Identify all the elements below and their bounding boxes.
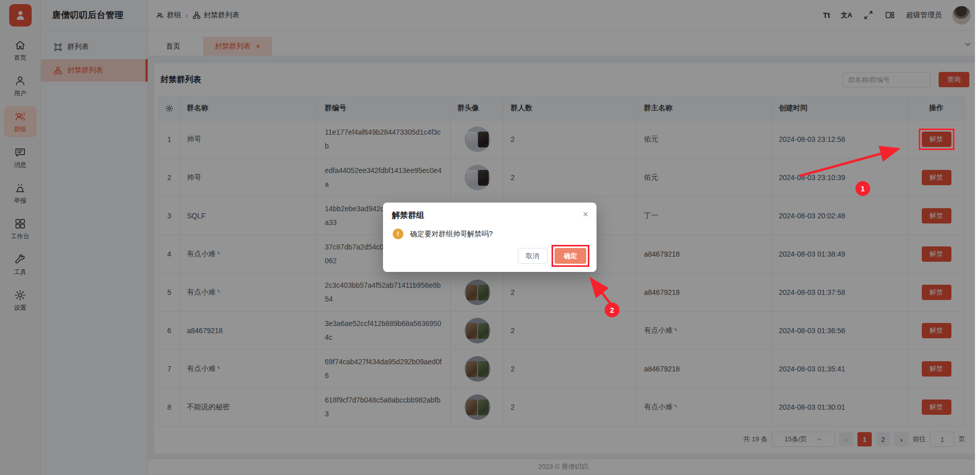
annotation-step-2: 2 <box>605 303 619 317</box>
dialog-body: ! 确定要对群组帅哥解禁吗? <box>392 229 588 239</box>
dialog-footer: 取消 确定 <box>392 248 588 264</box>
confirm-button[interactable]: 确定 <box>555 248 586 264</box>
unban-confirm-dialog: 解禁群组 × ! 确定要对群组帅哥解禁吗? 取消 确定 <box>383 203 596 272</box>
page-scrollbar[interactable] <box>975 0 980 475</box>
warning-icon: ! <box>393 229 403 239</box>
cancel-button[interactable]: 取消 <box>518 248 547 264</box>
dialog-header: 解禁群组 × <box>392 210 588 221</box>
dialog-message: 确定要对群组帅哥解禁吗? <box>410 230 493 239</box>
dialog-title: 解禁群组 <box>392 210 424 221</box>
close-icon[interactable]: × <box>583 209 588 219</box>
annotation-step-1: 1 <box>855 181 870 196</box>
